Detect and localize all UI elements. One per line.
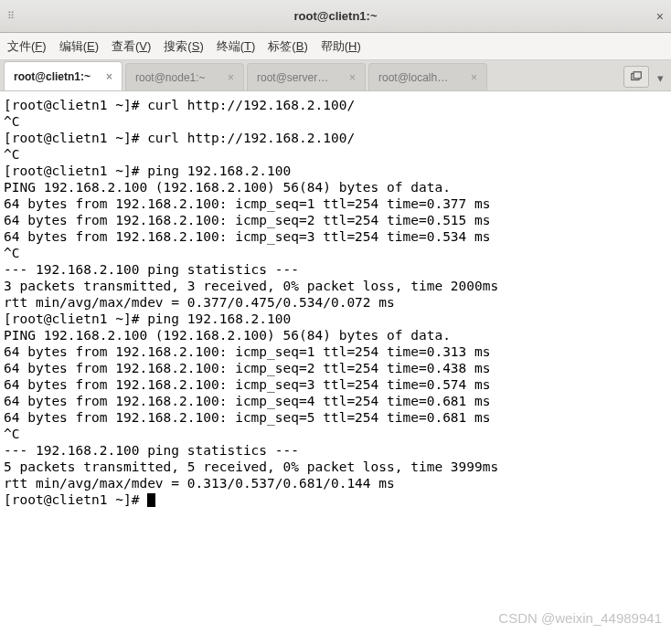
tab-label: root@localh…: [378, 71, 465, 84]
menu-terminal[interactable]: 终端(T): [217, 38, 256, 55]
tabbar: root@clietn1:~ × root@node1:~ × root@ser…: [0, 60, 671, 91]
menu-file[interactable]: 文件(F): [7, 38, 47, 55]
watermark: CSDN @weixin_44989941: [498, 610, 662, 626]
titlebar: ⠿ root@clietn1:~ ×: [0, 0, 671, 33]
terminal-output[interactable]: [root@clietn1 ~]# curl http://192.168.2.…: [0, 91, 671, 513]
terminal-cursor: [147, 493, 155, 507]
tab-localhost[interactable]: root@localh… ×: [368, 63, 487, 90]
tab-node1[interactable]: root@node1:~ ×: [125, 63, 244, 90]
menu-view[interactable]: 查看(V): [112, 38, 151, 55]
tab-clietn1[interactable]: root@clietn1:~ ×: [4, 61, 122, 90]
tab-label: root@server…: [257, 71, 344, 84]
tab-close-icon[interactable]: ×: [106, 70, 112, 83]
tab-server[interactable]: root@server… ×: [247, 63, 366, 90]
new-tab-button[interactable]: [623, 66, 649, 88]
window-title: root@clietn1:~: [26, 9, 645, 23]
menubar: 文件(F) 编辑(E) 查看(V) 搜索(S) 终端(T) 标签(B) 帮助(H…: [0, 33, 671, 60]
tab-close-icon[interactable]: ×: [471, 71, 477, 84]
tab-dropdown-button[interactable]: ▾: [653, 71, 667, 85]
new-tab-icon: [630, 70, 643, 83]
window-grip-icon: ⠿: [7, 10, 26, 22]
menu-tags[interactable]: 标签(B): [268, 38, 307, 55]
tab-label: root@node1:~: [135, 71, 222, 84]
tab-label: root@clietn1:~: [14, 70, 101, 83]
tab-close-icon[interactable]: ×: [228, 71, 234, 84]
svg-rect-1: [634, 72, 641, 79]
menu-help[interactable]: 帮助(H): [321, 38, 361, 55]
menu-search[interactable]: 搜索(S): [164, 38, 203, 55]
window-close-button[interactable]: ×: [645, 9, 664, 24]
tab-close-icon[interactable]: ×: [349, 71, 356, 84]
menu-edit[interactable]: 编辑(E): [59, 38, 99, 55]
